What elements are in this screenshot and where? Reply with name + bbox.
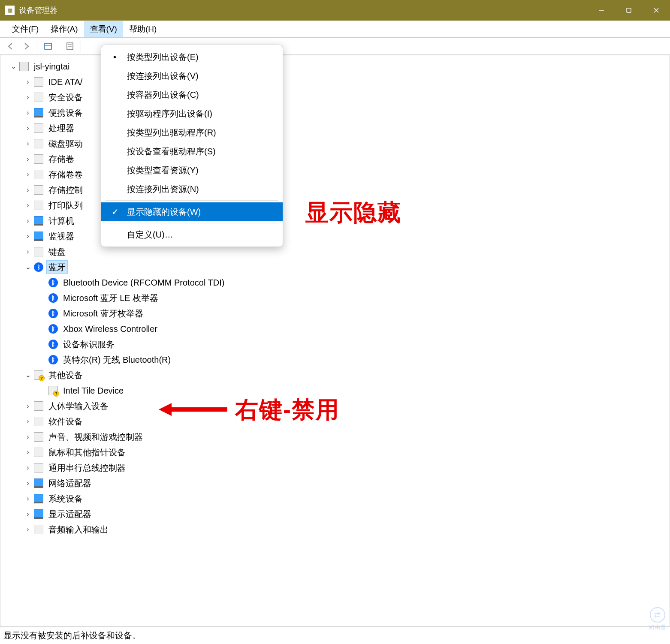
monitor-icon	[34, 232, 43, 241]
system-icon	[34, 494, 43, 503]
usb-icon	[34, 463, 43, 472]
dd-dev-by-driver[interactable]: 按驱动程序列出设备(I)	[101, 104, 283, 123]
toolbar-properties-button[interactable]	[63, 40, 77, 53]
tree-softdev[interactable]: ›软件设备	[24, 414, 670, 429]
software-icon	[34, 417, 43, 426]
dd-show-hidden[interactable]: 显示隐藏的设备(W)	[101, 202, 283, 221]
svg-rect-4	[45, 43, 51, 49]
bluetooth-icon: ᛒ	[48, 278, 58, 287]
keyboard-icon	[34, 247, 43, 256]
storage-icon	[34, 185, 43, 195]
window-titlebar: ▦ 设备管理器	[0, 0, 670, 21]
annotation-right-click-disable: 右键-禁用	[235, 394, 340, 426]
bluetooth-icon: ᛒ	[34, 262, 43, 272]
disk-icon	[34, 139, 43, 148]
computer-icon	[19, 62, 29, 71]
window-title: 设备管理器	[19, 5, 588, 15]
nav-forward-button[interactable]	[19, 40, 33, 53]
network-icon	[34, 478, 43, 488]
tree-network[interactable]: ›网络适配器	[24, 475, 670, 491]
dd-dev-by-type[interactable]: 按类型列出设备(E)	[101, 48, 283, 66]
watermark-text: 路由器	[649, 623, 666, 631]
computer-cat-icon	[34, 216, 43, 226]
minimize-button[interactable]	[588, 0, 615, 21]
printer-icon	[34, 201, 43, 210]
tree-other[interactable]: ⌄其他设备	[24, 367, 670, 383]
dd-drv-by-type[interactable]: 按类型列出驱动程序(R)	[101, 123, 283, 142]
unknown-device-icon	[48, 386, 58, 395]
watermark-icon: ⇄	[650, 607, 665, 623]
volshadow-icon	[34, 170, 43, 179]
tree-mouse[interactable]: ›鼠标和其他指针设备	[24, 445, 670, 460]
tree-bt-intel[interactable]: ᛒ英特尔(R) 无线 Bluetooth(R)	[38, 352, 670, 367]
volume-icon	[34, 154, 43, 164]
tree-bt-xbox[interactable]: ᛒXbox Wireless Controller	[38, 321, 670, 337]
menu-help[interactable]: 帮助(H)	[123, 21, 163, 37]
svg-marker-10	[159, 403, 172, 416]
tree-display[interactable]: ›显示适配器	[24, 506, 670, 522]
annotation-arrow-icon	[159, 399, 232, 420]
watermark: ⇄ 路由器	[649, 607, 666, 631]
sound-icon	[34, 432, 43, 442]
view-dropdown: 按类型列出设备(E) 按连接列出设备(V) 按容器列出设备(C) 按驱动程序列出…	[101, 45, 283, 247]
cpu-icon	[34, 123, 43, 133]
tree-intel-tile-device[interactable]: Intel Tile Device	[38, 383, 670, 398]
bluetooth-icon: ᛒ	[48, 293, 58, 303]
menu-file[interactable]: 文件(F)	[6, 21, 45, 37]
tree-bt-rfcomm[interactable]: ᛒBluetooth Device (RFCOMM Protocol TDI)	[38, 275, 670, 290]
bluetooth-icon: ᛒ	[48, 324, 58, 334]
menu-view[interactable]: 查看(V)	[84, 21, 123, 37]
display-icon	[34, 509, 43, 519]
dd-dev-by-container[interactable]: 按容器列出设备(C)	[101, 85, 283, 104]
tree-sound[interactable]: ›声音、视频和游戏控制器	[24, 429, 670, 445]
audio-icon	[34, 525, 43, 534]
app-icon: ▦	[5, 6, 15, 15]
portable-icon	[34, 108, 43, 117]
bluetooth-icon: ᛒ	[48, 355, 58, 364]
hid-icon	[34, 401, 43, 411]
close-button[interactable]	[643, 0, 670, 21]
security-icon	[34, 93, 43, 102]
annotation-show-hidden: 显示隐藏	[305, 197, 401, 229]
toolbar-console-button[interactable]	[41, 40, 55, 53]
statusbar: 显示没有被安装的后补设备和设备。	[0, 627, 670, 644]
nav-back-button[interactable]	[3, 40, 18, 53]
dd-res-by-connection[interactable]: 按连接列出资源(N)	[101, 180, 283, 199]
tree-audioio[interactable]: ›音频输入和输出	[24, 522, 670, 537]
mouse-icon	[34, 448, 43, 457]
menu-action[interactable]: 操作(A)	[45, 21, 84, 37]
tree-hid[interactable]: ›人体学输入设备	[24, 398, 670, 414]
dd-dev-by-connection[interactable]: 按连接列出设备(V)	[101, 66, 283, 85]
ide-icon	[34, 77, 43, 87]
other-devices-icon	[34, 370, 43, 380]
dd-res-by-type[interactable]: 按类型查看资源(Y)	[101, 161, 283, 180]
dd-drv-by-device[interactable]: 按设备查看驱动程序(S)	[101, 142, 283, 161]
svg-rect-1	[627, 8, 631, 12]
tree-bt-idservice[interactable]: ᛒ设备标识服务	[38, 337, 670, 352]
tree-bt-msle[interactable]: ᛒMicrosoft 蓝牙 LE 枚举器	[38, 290, 670, 306]
maximize-button[interactable]	[615, 0, 643, 21]
tree-bt-msenum[interactable]: ᛒMicrosoft 蓝牙枚举器	[38, 306, 670, 321]
bluetooth-icon: ᛒ	[48, 340, 58, 349]
tree-system[interactable]: ›系统设备	[24, 491, 670, 506]
tree-usb[interactable]: ›通用串行总线控制器	[24, 460, 670, 475]
status-text: 显示没有被安装的后补设备和设备。	[3, 630, 141, 641]
bluetooth-icon: ᛒ	[48, 309, 58, 318]
dd-customize[interactable]: 自定义(U)…	[101, 225, 283, 244]
menubar: 文件(F) 操作(A) 查看(V) 帮助(H)	[0, 21, 670, 38]
tree-bluetooth[interactable]: ⌄ᛒ蓝牙	[24, 259, 670, 275]
